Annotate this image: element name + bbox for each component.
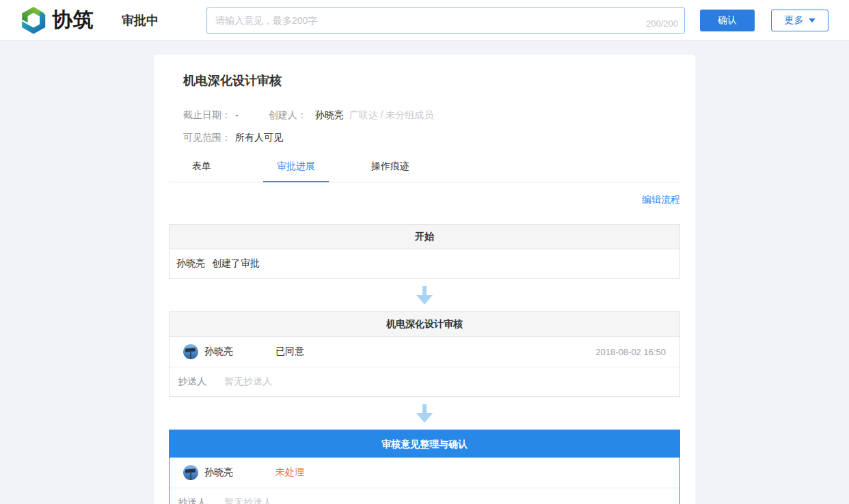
creator-label: 创建人： xyxy=(269,109,307,122)
tab-form[interactable]: 表单 xyxy=(169,160,234,182)
visibility-value: 所有人可见 xyxy=(235,132,283,144)
flow-block-start-body: 孙晓亮 创建了审批 xyxy=(170,249,679,278)
flow-block-confirm: 审核意见整理与确认 孙晓亮 未处理 抄送人 暂无抄送人 xyxy=(169,430,680,504)
flow-block-review-title: 机电深化设计审核 xyxy=(170,312,679,337)
confirm-cc-row: 抄送人 暂无抄送人 xyxy=(170,488,679,504)
review-approver-name: 孙晓亮 xyxy=(204,346,233,358)
page-status-title: 审批中 xyxy=(122,12,159,29)
review-cc-row: 抄送人 暂无抄送人 xyxy=(170,367,679,396)
chevron-down-icon xyxy=(809,18,816,23)
review-approver-status: 已同意 xyxy=(275,346,304,358)
approval-card: 机电深化设计审核 截止日期： - 创建人： 孙晓亮 广联达 / 未分组成员 可见… xyxy=(154,55,695,504)
detail-tabs: 表单 审批进展 操作痕迹 xyxy=(169,160,680,182)
comment-input-wrap: 200/200 xyxy=(206,7,685,34)
cc-empty-text: 暂无抄送人 xyxy=(224,376,272,388)
more-button[interactable]: 更多 xyxy=(771,10,828,31)
tab-operation-trace[interactable]: 操作痕迹 xyxy=(358,160,423,182)
comment-input[interactable] xyxy=(206,7,685,34)
creator-name: 孙晓亮 xyxy=(315,109,344,122)
confirm-approver-name: 孙晓亮 xyxy=(204,466,233,479)
flow-arrow-2 xyxy=(169,397,680,430)
top-bar: 协筑 审批中 200/200 确认 更多 xyxy=(0,0,849,41)
logo-hexagon-icon xyxy=(19,6,48,35)
confirm-approver-row: 孙晓亮 未处理 xyxy=(170,458,679,488)
creator-group: 广联达 / 未分组成员 xyxy=(349,109,434,122)
edit-flow-row: 编辑流程 xyxy=(169,193,680,206)
deadline-value: - xyxy=(235,110,239,121)
review-approver-row: 孙晓亮 已同意 2018-08-02 16:50 xyxy=(170,337,679,367)
approver-avatar xyxy=(183,465,198,480)
confirm-button[interactable]: 确认 xyxy=(700,10,755,31)
meta-row-deadline-creator: 截止日期： - 创建人： 孙晓亮 广联达 / 未分组成员 xyxy=(183,109,680,122)
confirm-approver-status: 未处理 xyxy=(275,466,304,479)
review-approval-time: 2018-08-02 16:50 xyxy=(595,347,666,357)
visibility-label: 可见范围： xyxy=(183,132,231,144)
arrow-down-icon xyxy=(416,404,433,423)
edit-flow-link[interactable]: 编辑流程 xyxy=(642,194,680,205)
more-button-label: 更多 xyxy=(785,14,804,27)
app-logo: 协筑 xyxy=(19,6,94,35)
flow-block-start-title: 开始 xyxy=(170,225,679,249)
cc-label: 抄送人 xyxy=(178,376,206,388)
flow-arrow-1 xyxy=(169,279,680,311)
start-action-text: 创建了审批 xyxy=(212,257,260,270)
flow-block-review: 机电深化设计审核 孙晓亮 已同意 2018-08-02 16:50 抄送人 暂无… xyxy=(169,311,680,397)
cc-label: 抄送人 xyxy=(178,496,206,504)
arrow-down-icon xyxy=(416,286,433,305)
flow-block-confirm-title: 审核意见整理与确认 xyxy=(170,430,679,458)
approval-title: 机电深化设计审核 xyxy=(183,72,680,89)
logo-text: 协筑 xyxy=(52,6,94,34)
tab-approval-progress[interactable]: 审批进展 xyxy=(263,160,329,182)
start-actor-name: 孙晓亮 xyxy=(176,257,205,270)
cc-empty-text: 暂无抄送人 xyxy=(224,496,272,504)
char-counter: 200/200 xyxy=(646,18,678,29)
flow-block-start: 开始 孙晓亮 创建了审批 xyxy=(169,224,680,279)
approver-avatar xyxy=(183,344,198,359)
meta-row-visibility: 可见范围： 所有人可见 xyxy=(183,132,680,144)
deadline-label: 截止日期： xyxy=(183,109,231,122)
